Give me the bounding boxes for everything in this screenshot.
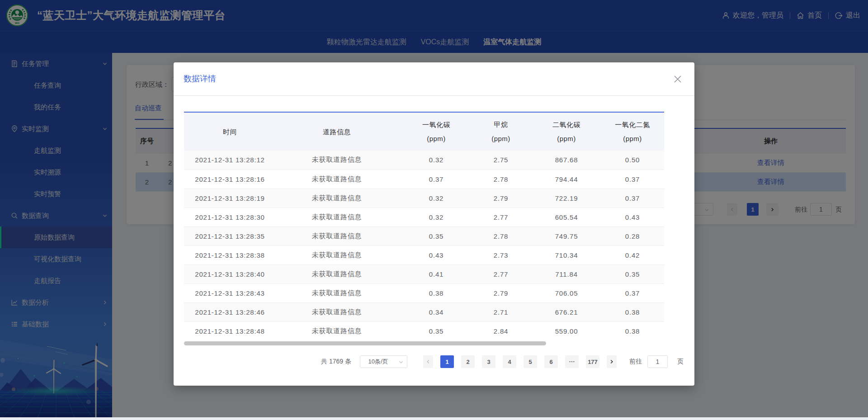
n2o-cell: 0.37 [606,189,659,208]
detail-table-row[interactable]: 2021-12-31 13:28:40 未获取道路信息 0.41 2.77 71… [184,264,664,283]
page-size-select[interactable]: 10条/页 [360,355,407,368]
detail-table-wrapper: 时间 道路信息 一氧化碳(ppm) 甲烷(ppm) 二氧化碳(ppm) 一氧化二… [184,112,664,340]
road-cell: 未获取道路信息 [276,302,398,321]
time-cell: 2021-12-31 13:28:46 [184,302,276,321]
page-button-177[interactable]: 177 [586,355,599,368]
co2-cell: 706.05 [527,283,606,302]
ch4-cell: 2.77 [475,208,527,227]
ch4-cell: 2.79 [475,189,527,208]
time-cell: 2021-12-31 13:28:12 [184,151,276,170]
col-time: 时间 [184,112,276,151]
page-button-1[interactable]: 1 [440,355,454,368]
ch4-cell: 2.84 [475,321,527,340]
co2-cell: 722.19 [527,189,606,208]
time-cell: 2021-12-31 13:28:38 [184,245,276,264]
co-cell: 0.37 [398,170,475,189]
n2o-cell: 0.50 [606,151,659,170]
detail-table-row[interactable]: 2021-12-31 13:28:48 未获取道路信息 0.35 2.84 55… [184,321,664,340]
detail-table: 时间 道路信息 一氧化碳(ppm) 甲烷(ppm) 二氧化碳(ppm) 一氧化二… [184,112,664,340]
co-cell: 0.32 [398,151,475,170]
n2o-cell: 0.35 [606,264,659,283]
col-ch4: 甲烷(ppm) [475,112,527,151]
co-cell: 0.35 [398,227,475,245]
ch4-cell: 2.71 [475,302,527,321]
more-pages-icon[interactable] [565,355,579,368]
col-co: 一氧化碳(ppm) [398,112,475,151]
detail-table-row[interactable]: 2021-12-31 13:28:30 未获取道路信息 0.32 2.77 60… [184,208,664,227]
road-cell: 未获取道路信息 [276,170,398,189]
col-co2: 二氧化碳(ppm) [527,112,606,151]
page-unit-label: 页 [677,358,684,366]
detail-table-row[interactable]: 2021-12-31 13:28:16 未获取道路信息 0.37 2.78 79… [184,170,664,189]
ch4-cell: 2.79 [475,283,527,302]
n2o-cell: 0.37 [606,170,659,189]
page-button[interactable]: 5 [524,355,537,368]
co-cell: 0.32 [398,189,475,208]
road-cell: 未获取道路信息 [276,189,398,208]
road-cell: 未获取道路信息 [276,245,398,264]
time-cell: 2021-12-31 13:28:30 [184,208,276,227]
detail-table-row[interactable]: 2021-12-31 13:28:19 未获取道路信息 0.32 2.79 72… [184,189,664,208]
co-cell: 0.41 [398,264,475,283]
goto-label: 前往 [629,358,642,366]
co2-cell: 676.21 [527,302,606,321]
dialog-header-divider [174,95,694,96]
detail-table-row[interactable]: 2021-12-31 13:28:46 未获取道路信息 0.34 2.71 67… [184,302,664,321]
road-cell: 未获取道路信息 [276,208,398,227]
ch4-cell: 2.78 [475,227,527,245]
dialog-title: 数据详情 [184,62,216,95]
co-cell: 0.38 [398,283,475,302]
next-page-button[interactable] [607,355,617,368]
detail-table-row[interactable]: 2021-12-31 13:28:35 未获取道路信息 0.35 2.78 74… [184,227,664,245]
ch4-cell: 2.78 [475,170,527,189]
page-button[interactable]: 2 [461,355,475,368]
detail-table-row[interactable]: 2021-12-31 13:28:43 未获取道路信息 0.38 2.79 70… [184,283,664,302]
road-cell: 未获取道路信息 [276,321,398,340]
table-horizontal-scrollbar-thumb[interactable] [184,341,546,345]
co2-cell: 559.00 [527,321,606,340]
time-cell: 2021-12-31 13:28:16 [184,170,276,189]
horizontal-scrollbar[interactable] [0,417,868,420]
detail-table-row[interactable]: 2021-12-31 13:28:12 未获取道路信息 0.32 2.75 86… [184,151,664,170]
time-cell: 2021-12-31 13:28:19 [184,189,276,208]
road-cell: 未获取道路信息 [276,151,398,170]
data-detail-dialog: 数据详情 时间 道路信息 一氧化碳(ppm) 甲烷(ppm) 二氧化碳(ppm)… [174,62,694,386]
page-button[interactable]: 3 [482,355,495,368]
goto-page-input[interactable]: 1 [647,355,668,368]
co2-cell: 749.75 [527,227,606,245]
n2o-cell: 0.37 [606,283,659,302]
col-road: 道路信息 [276,112,398,151]
time-cell: 2021-12-31 13:28:40 [184,264,276,283]
n2o-cell: 0.42 [606,245,659,264]
n2o-cell: 0.43 [606,208,659,227]
close-icon[interactable] [674,75,682,83]
prev-page-button[interactable] [423,355,433,368]
time-cell: 2021-12-31 13:28:48 [184,321,276,340]
ch4-cell: 2.75 [475,151,527,170]
detail-table-row[interactable]: 2021-12-31 13:28:38 未获取道路信息 0.43 2.73 71… [184,245,664,264]
chevron-down-icon [398,359,404,365]
co-cell: 0.34 [398,302,475,321]
co-cell: 0.43 [398,245,475,264]
co2-cell: 711.84 [527,264,606,283]
time-cell: 2021-12-31 13:28:43 [184,283,276,302]
n2o-cell: 0.28 [606,227,659,245]
co2-cell: 794.44 [527,170,606,189]
road-cell: 未获取道路信息 [276,264,398,283]
col-n2o: 一氧化二氮(ppm) [606,112,659,151]
road-cell: 未获取道路信息 [276,283,398,302]
n2o-cell: 0.38 [606,321,659,340]
n2o-cell: 0.38 [606,302,659,321]
ch4-cell: 2.77 [475,264,527,283]
co2-cell: 710.34 [527,245,606,264]
time-cell: 2021-12-31 13:28:35 [184,227,276,245]
co2-cell: 867.68 [527,151,606,170]
road-cell: 未获取道路信息 [276,227,398,245]
page-button[interactable]: 6 [544,355,558,368]
ch4-cell: 2.73 [475,245,527,264]
page-button[interactable]: 4 [503,355,516,368]
total-count: 共 1769 条 [321,358,351,366]
co-cell: 0.35 [398,321,475,340]
detail-table-header-row: 时间 道路信息 一氧化碳(ppm) 甲烷(ppm) 二氧化碳(ppm) 一氧化二… [184,112,664,151]
dialog-pagination: 共 1769 条 10条/页 1 2 3 4 5 [321,355,684,368]
